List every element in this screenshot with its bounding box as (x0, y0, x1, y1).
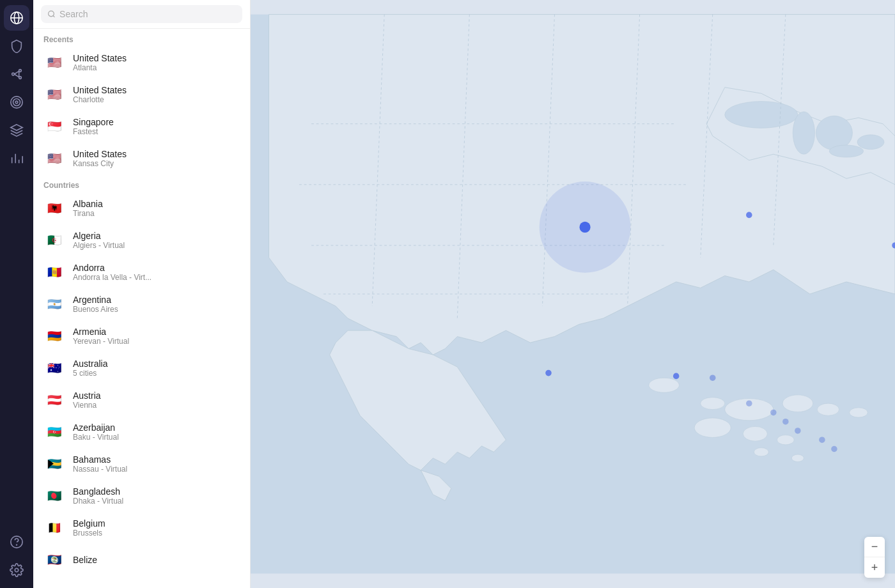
list-panel: Recents 🇺🇸 United States Atlanta 🇺🇸 Unit… (33, 0, 251, 588)
country-name: United States (73, 149, 127, 159)
country-name: Andorra (73, 263, 152, 273)
svg-line-21 (53, 16, 54, 17)
map-area: − + (251, 0, 895, 588)
svg-point-24 (793, 112, 814, 155)
search-icon (47, 10, 56, 19)
country-item[interactable]: 🇦🇲 Armenia Yerevan - Virtual (33, 320, 250, 352)
country-item[interactable]: 🇦🇿 Azerbaijan Baku - Virtual (33, 416, 250, 448)
flag: 🇧🇿 (43, 549, 65, 571)
search-input[interactable] (59, 9, 236, 19)
search-bar (33, 0, 250, 29)
svg-point-38 (791, 454, 804, 461)
svg-point-34 (694, 418, 731, 437)
country-item[interactable]: 🇦🇹 Austria Vienna (33, 384, 250, 416)
svg-point-32 (817, 403, 839, 415)
svg-point-20 (49, 11, 54, 17)
flag: 🇦🇩 (43, 261, 65, 283)
svg-line-6 (14, 71, 19, 74)
flag: 🇸🇬 (43, 116, 65, 137)
svg-point-50 (579, 222, 590, 233)
svg-point-58 (819, 437, 825, 443)
flag: 🇦🇷 (43, 293, 65, 315)
flag: 🇦🇹 (43, 389, 65, 411)
country-name: United States (73, 53, 127, 63)
flag: 🇦🇿 (43, 421, 65, 443)
country-item[interactable]: 🇦🇩 Andorra Andorra la Vella - Virt... (33, 256, 250, 288)
nav-layers[interactable] (4, 118, 29, 143)
svg-point-52 (673, 373, 680, 380)
countries-label: Countries (33, 174, 250, 192)
country-city: Buenos Aires (73, 305, 118, 314)
country-city: Nassau - Virtual (73, 465, 127, 474)
svg-point-27 (829, 145, 863, 157)
recent-item[interactable]: 🇺🇸 United States Charlotte (33, 79, 250, 111)
country-name: Australia (73, 359, 107, 369)
flag: 🇧🇩 (43, 485, 65, 507)
country-city: Yerevan - Virtual (73, 337, 129, 346)
svg-point-37 (754, 448, 768, 456)
flag: 🇧🇪 (43, 517, 65, 539)
svg-line-7 (14, 74, 19, 77)
country-name: Bangladesh (73, 486, 123, 497)
country-item[interactable]: 🇧🇿 Belize (33, 544, 250, 576)
country-item[interactable]: 🇩🇿 Algeria Algiers - Virtual (33, 224, 250, 256)
nav-stats[interactable] (4, 146, 29, 171)
country-item[interactable]: 🇦🇺 Australia 5 cities (33, 352, 250, 384)
country-item[interactable]: 🇧🇩 Bangladesh Dhaka - Virtual (33, 480, 250, 512)
flag: 🇺🇸 (43, 148, 65, 169)
country-city: Vienna (73, 401, 101, 410)
country-name: Belgium (73, 518, 105, 529)
country-city: Fastest (73, 127, 114, 136)
nav-shield[interactable] (4, 33, 29, 59)
svg-point-19 (15, 568, 19, 572)
recent-item[interactable]: 🇺🇸 United States Kansas City (33, 143, 250, 174)
zoom-out-button[interactable]: − (864, 537, 885, 557)
svg-point-28 (649, 378, 680, 392)
country-city: 5 cities (73, 369, 107, 378)
svg-point-35 (743, 426, 767, 441)
svg-point-51 (746, 212, 752, 219)
search-input-wrap[interactable] (41, 5, 242, 23)
zoom-in-button[interactable]: + (864, 557, 885, 578)
nav-help[interactable] (4, 529, 29, 555)
recent-item[interactable]: 🇺🇸 United States Atlanta (33, 47, 250, 79)
list-scroll: Recents 🇺🇸 United States Atlanta 🇺🇸 Unit… (33, 29, 250, 588)
flag: 🇦🇱 (43, 197, 65, 219)
svg-point-61 (545, 370, 552, 376)
recent-item[interactable]: 🇸🇬 Singapore Fastest (33, 111, 250, 143)
svg-point-23 (725, 102, 798, 128)
country-item[interactable]: 🇧🇸 Bahamas Nassau - Virtual (33, 448, 250, 480)
country-name: Albania (73, 199, 103, 209)
svg-point-57 (795, 428, 801, 434)
country-name: Belize (73, 555, 97, 565)
svg-point-53 (710, 375, 716, 381)
country-city: Tirana (73, 209, 103, 218)
svg-point-54 (746, 400, 752, 406)
country-item[interactable]: 🇦🇷 Argentina Buenos Aires (33, 288, 250, 320)
nav-target[interactable] (4, 89, 29, 115)
icon-sidebar (0, 0, 33, 588)
flag: 🇺🇸 (43, 84, 65, 105)
flag: 🇺🇸 (43, 52, 65, 74)
svg-marker-12 (11, 125, 22, 130)
svg-point-56 (782, 419, 789, 425)
flag: 🇩🇿 (43, 229, 65, 251)
nav-globe[interactable] (4, 5, 29, 31)
map-svg (251, 0, 895, 588)
country-item[interactable]: 🇦🇱 Albania Tirana (33, 192, 250, 224)
flag: 🇦🇲 (43, 325, 65, 347)
country-name: Azerbaijan (73, 422, 119, 433)
country-name: Bahamas (73, 454, 127, 465)
svg-point-10 (13, 99, 20, 106)
svg-point-59 (831, 446, 837, 453)
svg-point-18 (17, 545, 17, 545)
country-city: Charlotte (73, 95, 127, 104)
svg-point-36 (777, 435, 795, 445)
country-item[interactable]: 🇧🇪 Belgium Brussels (33, 512, 250, 544)
flag: 🇧🇸 (43, 453, 65, 475)
svg-point-25 (816, 116, 852, 150)
country-city: Baku - Virtual (73, 433, 119, 442)
map-controls: − + (864, 537, 885, 578)
nav-settings[interactable] (4, 557, 29, 583)
nav-mesh[interactable] (4, 61, 29, 87)
